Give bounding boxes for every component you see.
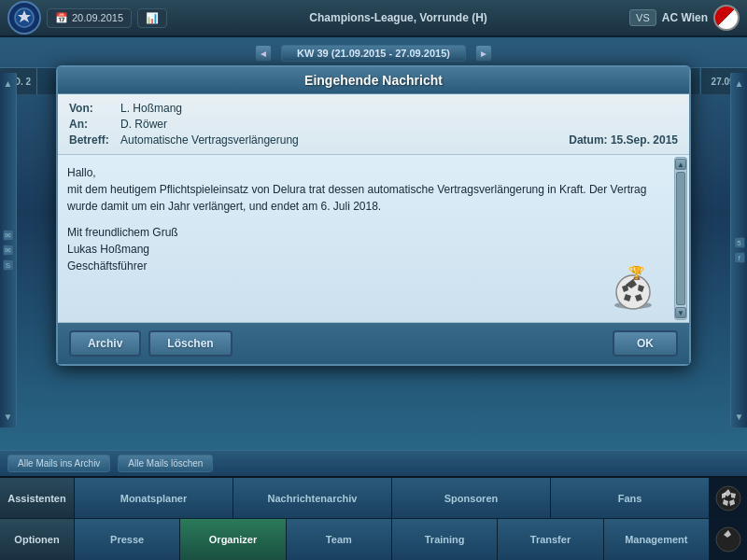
scroll-down-right[interactable]: ▼ (735, 412, 744, 422)
von-value: L. Hoßmang (120, 102, 182, 115)
week-prev-button[interactable]: ◄ (255, 45, 272, 62)
scroll-up-right[interactable]: ▲ (735, 78, 744, 89)
body-line6: Lukas Hoßmang (67, 241, 663, 258)
an-value: D. Röwer (120, 118, 167, 131)
match-title: Champions-League, Vorrunde (H) (173, 11, 624, 24)
von-label: Von: (69, 102, 120, 115)
body-line5: Mit freundlichem Gruß (67, 224, 663, 241)
scroll-down-left[interactable]: ▼ (4, 412, 13, 422)
ok-button[interactable]: OK (613, 330, 678, 357)
side-icon-3[interactable]: S (3, 259, 14, 271)
scroll-down-arrow[interactable]: ▼ (675, 307, 686, 318)
side-scroll-left: ▲ ✉ ✉ S ▼ (0, 73, 17, 427)
soccer-decoration: 🏆 (605, 266, 661, 313)
side-icon-2[interactable]: ✉ (3, 245, 14, 256)
calendar-icon: 📅 (55, 12, 68, 24)
svg-marker-14 (722, 493, 726, 498)
svg-text:🏆: 🏆 (628, 266, 645, 281)
week-next-button[interactable]: ► (475, 45, 492, 62)
scroll-up-left[interactable]: ▲ (4, 78, 13, 89)
tab-transfer[interactable]: Transfer (498, 519, 603, 560)
match-date: 📅 20.09.2015 (47, 8, 132, 28)
stats-icon-btn[interactable]: 📊 (137, 8, 167, 28)
archive-strip: Alle Mails ins Archiv Alle Mails löschen (0, 450, 747, 476)
tab-monatsplaner[interactable]: Monatsplaner (75, 478, 233, 518)
betreff-label: Betreff: (69, 133, 120, 147)
bottom-nav-row2: Optionen Presse Organizer Team Training … (0, 519, 747, 560)
vs-badge: VS (629, 9, 656, 26)
bottom-ball-icon (710, 478, 747, 518)
week-bar: ◄ KW 39 (21.09.2015 - 27.09.2015) ► (0, 37, 747, 63)
dialog-subject-row: Betreff: Automatische Vertragsverlängeru… (69, 133, 678, 147)
main-content: ◄ KW 39 (21.09.2015 - 27.09.2015) ► MO. … (0, 37, 747, 476)
body-line1: Hallo, (67, 164, 663, 181)
opponent-name: AC Wien (662, 11, 708, 24)
tab-training[interactable]: Training (392, 519, 498, 560)
club-logo (7, 1, 41, 35)
side-icon-r1[interactable]: 5 (734, 237, 745, 248)
top-bar: 📅 20.09.2015 📊 Champions-League, Vorrund… (0, 0, 747, 37)
alle-mails-loeschen-button[interactable]: Alle Mails löschen (118, 455, 213, 472)
bottom-nav: Assistenten Monatsplaner Nachrichtenarch… (0, 476, 747, 560)
week-label: KW 39 (21.09.2015 - 27.09.2015) (281, 45, 466, 62)
tab-team[interactable]: Team (287, 519, 392, 560)
dialog-scrollbar[interactable]: ▲ ▼ (674, 157, 687, 320)
datum-area: Datum: 15.Sep. 2015 (569, 133, 678, 147)
body-line7: Geschäftsführer (67, 258, 663, 274)
optionen-button[interactable]: Optionen (0, 519, 75, 560)
scroll-up-arrow[interactable]: ▲ (675, 159, 686, 170)
nav-tabs-row1: Monatsplaner Nachrichtenarchiv Sponsoren… (75, 478, 710, 518)
dialog-body: Hallo, mit dem heutigem Pflichtspieleins… (58, 155, 689, 323)
bottom-nav-row1: Assistenten Monatsplaner Nachrichtenarch… (0, 478, 747, 519)
loeschen-button[interactable]: Löschen (148, 330, 232, 357)
tab-management[interactable]: Management (604, 519, 710, 560)
tab-nachrichtenarchiv[interactable]: Nachrichtenarchiv (233, 478, 392, 518)
dialog-subject: Betreff: Automatische Vertragsverlängeru… (69, 133, 299, 147)
body-line2: mit dem heutigem Pflichtspieleinsatz von… (67, 181, 663, 198)
dialog-an-row: An: D. Röwer (69, 118, 678, 131)
assistenten-button[interactable]: Assistenten (0, 478, 75, 518)
opponent-flag (713, 5, 740, 31)
message-dialog: Eingehende Nachricht Von: L. Hoßmang An:… (56, 65, 691, 366)
an-label: An: (69, 118, 120, 131)
dialog-von-row: Von: L. Hoßmang (69, 102, 678, 115)
dialog-body-text: Hallo, mit dem heutigem Pflichtspieleins… (67, 164, 678, 274)
betreff-value: Automatische Vertragsverlängerung (120, 133, 299, 147)
side-icon-r2[interactable]: f (734, 252, 745, 263)
alle-mails-archiv-button[interactable]: Alle Mails ins Archiv (7, 455, 110, 472)
tab-sponsoren[interactable]: Sponsoren (392, 478, 551, 518)
dialog-header: Von: L. Hoßmang An: D. Röwer Betreff: Au… (58, 94, 689, 155)
body-line3: wurde damit um ein Jahr verlängert, und … (67, 198, 663, 215)
dialog-title: Eingehende Nachricht (58, 67, 689, 94)
side-scroll-right: ▲ 5 f ▼ (730, 73, 747, 427)
bottom-ball-icon-2 (710, 519, 747, 560)
side-icon-1[interactable]: ✉ (3, 230, 14, 241)
datum-value: 15.Sep. 2015 (611, 133, 678, 147)
archiv-button[interactable]: Archiv (69, 330, 141, 357)
tab-organizer[interactable]: Organizer (180, 519, 286, 560)
scroll-thumb[interactable] (676, 172, 685, 305)
datum-label: Datum: (569, 133, 607, 147)
nav-tabs-row2: Presse Organizer Team Training Transfer … (75, 519, 710, 560)
dialog-footer: Archiv Löschen OK (58, 323, 689, 364)
tab-presse[interactable]: Presse (75, 519, 180, 560)
tab-fans[interactable]: Fans (551, 478, 710, 518)
